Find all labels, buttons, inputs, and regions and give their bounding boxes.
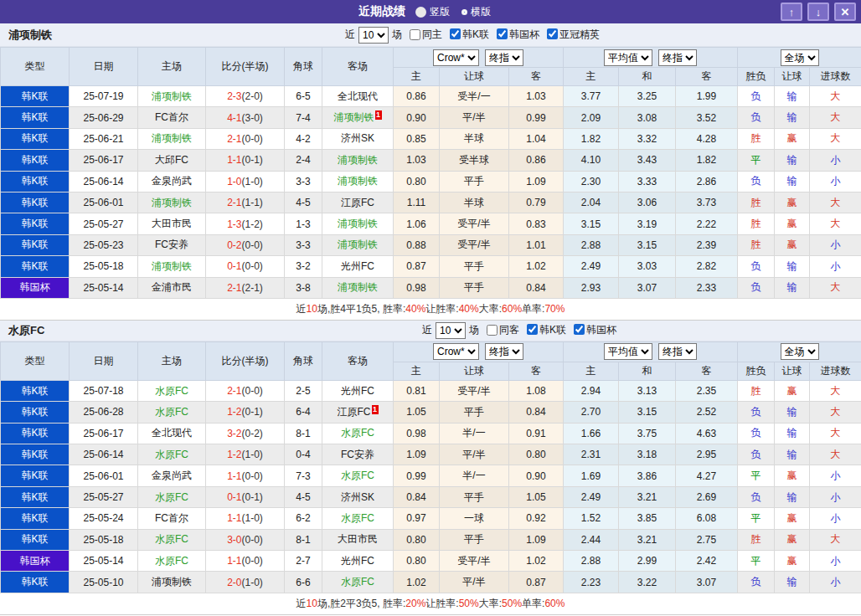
result-handicap: 赢 — [775, 508, 810, 529]
league-checkbox[interactable] — [527, 324, 538, 335]
home-team: 水原FC — [138, 551, 206, 572]
same-home-checkbox[interactable] — [410, 29, 420, 40]
handicap-line: 受半/一 — [440, 86, 509, 107]
avg-away-odds: 1.99 — [676, 86, 738, 107]
match-date: 25-05-27 — [70, 486, 138, 507]
handicap-line: 平/半 — [440, 572, 509, 593]
league-checkbox[interactable] — [547, 28, 558, 39]
col-header-corner: 角球 — [285, 48, 322, 86]
result-winloss: 负 — [738, 86, 775, 107]
result-goals: 小 — [810, 486, 861, 507]
table-row: 韩K联25-05-23FC安养0-2(0-0)3-3浦项制铁0.88受平/半1.… — [1, 234, 861, 255]
handicap-home-odds: 0.99 — [394, 465, 440, 486]
home-team: 水原FC — [138, 444, 206, 465]
fullmatch-select[interactable]: 全场 — [781, 49, 819, 66]
result-handicap: 输 — [775, 486, 810, 507]
table-row: 韩K联25-07-18水原FC2-1(0-0)2-5光州FC0.81受平/半1.… — [1, 380, 861, 401]
move-down-button[interactable]: ↓ — [807, 3, 829, 21]
away-team: 浦项制铁 — [322, 234, 394, 255]
handicap-home-odds: 1.03 — [394, 150, 440, 171]
team-name: FC首尔 — [155, 111, 188, 123]
team-name: 浦项制铁 — [152, 132, 192, 144]
result-winloss: 负 — [738, 486, 775, 507]
league-type-badge: 韩K联 — [1, 529, 70, 550]
result-handicap: 赢 — [775, 213, 810, 234]
close-button[interactable]: ✕ — [834, 3, 856, 21]
col-header-score: 比分(半场) — [206, 48, 285, 86]
subcol-handicap-home: 主 — [394, 68, 440, 86]
avg-draw-odds: 3.86 — [619, 465, 676, 486]
league-checkbox[interactable] — [497, 28, 508, 39]
league-type-badge: 韩K联 — [1, 86, 70, 107]
league-checkbox[interactable] — [574, 324, 585, 335]
handicap-away-odds: 0.92 — [509, 508, 564, 529]
avg-away-odds: 2.86 — [676, 171, 738, 192]
halftime-score: (0-1) — [242, 154, 263, 166]
result-goals: 大 — [810, 423, 861, 444]
handicap-away-odds: 0.84 — [509, 402, 564, 423]
layout-radio-vertical[interactable]: 竖版 — [415, 5, 450, 19]
result-handicap: 输 — [775, 86, 810, 107]
handicap-home-odds: 1.05 — [394, 402, 440, 423]
league-type-badge: 韩K联 — [1, 380, 70, 401]
fullmatch-select[interactable]: 全场 — [781, 343, 819, 360]
league-type-badge: 韩K联 — [1, 486, 70, 507]
subcol-let: 让球 — [775, 362, 810, 380]
table-row: 韩K联25-06-28水原FC1-2(0-1)6-4江原FC11.05平手0.8… — [1, 402, 861, 423]
near-label: 近 — [345, 28, 355, 42]
average-select[interactable]: 平均值 — [604, 49, 652, 66]
fulltime-score: 2-1 — [227, 133, 241, 145]
same-away-checkbox[interactable] — [487, 325, 498, 336]
handicap-line: 平手 — [440, 529, 509, 550]
match-date: 25-06-21 — [70, 128, 138, 149]
bookmaker-select[interactable]: Crow* — [433, 343, 479, 360]
result-winloss: 负 — [738, 423, 775, 444]
bookmaker-select[interactable]: Crow* — [433, 49, 479, 66]
corner-count: 6-2 — [285, 508, 322, 529]
titlebar: 近期战绩 竖版 横版 ↑ ↓ ✕ — [0, 0, 861, 23]
handicap-away-odds: 1.02 — [509, 256, 564, 277]
result-handicap: 输 — [775, 256, 810, 277]
result-goals: 小 — [810, 256, 861, 277]
avg-away-odds: 4.63 — [676, 423, 738, 444]
handicap-away-odds: 1.05 — [509, 486, 564, 507]
final-odds-select[interactable]: 终指 — [485, 343, 523, 360]
match-date: 25-07-18 — [70, 380, 138, 401]
avg-away-odds: 3.73 — [676, 192, 738, 213]
league-checkbox[interactable] — [450, 28, 461, 39]
handicap-home-odds: 0.84 — [394, 486, 440, 507]
score-cell: 1-1(0-1) — [206, 150, 285, 171]
league-checkbox-label: 韩K联 — [539, 324, 566, 336]
final-odds-select[interactable]: 终指 — [485, 49, 523, 66]
match-date: 25-07-19 — [70, 86, 138, 107]
layout-radio-horizontal[interactable]: 横版 — [461, 5, 491, 19]
away-team: 大田市民 — [322, 529, 394, 550]
corner-count: 3-8 — [285, 277, 322, 298]
fulltime-score: 0-2 — [227, 239, 241, 251]
average-select-cell: 平均值 终指 — [564, 341, 738, 362]
result-handicap: 赢 — [775, 192, 810, 213]
table-row: 韩国杯25-05-14水原FC1-1(0-0)2-7光州FC0.80受平/半1.… — [1, 551, 861, 572]
average-select[interactable]: 平均值 — [604, 343, 652, 360]
away-team: 光州FC — [322, 256, 394, 277]
corner-count: 6-5 — [285, 86, 322, 107]
fulltime-score: 1-1 — [227, 555, 241, 567]
corner-count: 7-3 — [285, 465, 322, 486]
score-cell: 3-0(0-0) — [206, 529, 285, 550]
halftime-score: (1-1) — [242, 197, 263, 208]
summary-text: 大率: — [479, 302, 502, 316]
result-goals: 大 — [810, 128, 861, 149]
match-count-select[interactable]: 10 — [358, 27, 389, 44]
table-row: 韩K联25-06-01金泉尚武1-1(0-0)7-3水原FC0.99半/一0.9… — [1, 465, 861, 486]
match-date: 25-06-14 — [70, 171, 138, 192]
final-odds-select2[interactable]: 终指 — [658, 343, 697, 360]
fulltime-score: 2-3 — [227, 90, 241, 102]
result-handicap: 赢 — [775, 465, 810, 486]
match-count-select[interactable]: 10 — [436, 322, 466, 339]
avg-draw-odds: 3.21 — [619, 529, 676, 550]
move-up-button[interactable]: ↑ — [781, 3, 802, 21]
handicap-home-odds: 0.97 — [394, 508, 440, 529]
halftime-score: (0-0) — [242, 555, 263, 567]
avg-draw-odds: 3.32 — [619, 128, 676, 149]
final-odds-select2[interactable]: 终指 — [658, 49, 697, 66]
